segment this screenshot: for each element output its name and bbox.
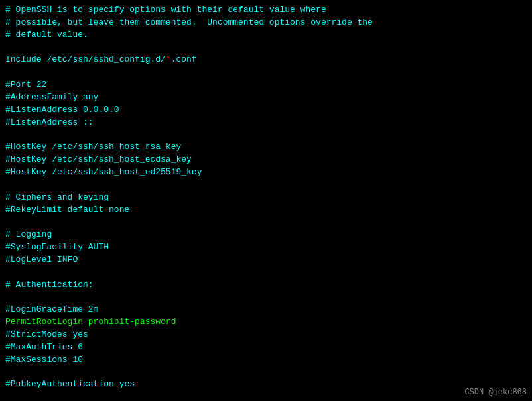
terminal-line: #RekeyLimit default none (5, 204, 527, 217)
terminal-line (5, 391, 527, 401)
terminal-line (5, 66, 527, 79)
terminal-line: #AddressFamily any (5, 91, 527, 104)
terminal-line (5, 366, 527, 378)
terminal-line: #SyslogFacility AUTH (5, 241, 527, 254)
terminal-line (5, 291, 527, 304)
terminal-line: #StrictModes yes (5, 329, 527, 341)
terminal-line: #MaxAuthTries 6 (5, 341, 527, 354)
terminal-line (5, 216, 527, 229)
terminal-line: PermitRootLogin prohibit-password (5, 316, 527, 329)
terminal-line: # possible, but leave them commented. Un… (5, 17, 527, 29)
terminal-line (5, 42, 527, 54)
terminal-content: # OpenSSH is to specify options with the… (5, 4, 527, 401)
terminal-line (5, 266, 527, 279)
terminal-line: #HostKey /etc/ssh/ssh_host_rsa_key (5, 141, 527, 154)
terminal-line: #ListenAddress 0.0.0.0 (5, 104, 527, 117)
terminal-line: #LogLevel INFO (5, 254, 527, 266)
terminal-window: # OpenSSH is to specify options with the… (0, 0, 532, 401)
terminal-line: # Authentication: (5, 279, 527, 292)
terminal-line: #LoginGraceTime 2m (5, 304, 527, 316)
terminal-line: # Ciphers and keying (5, 192, 527, 204)
terminal-line: #Port 22 (5, 79, 527, 91)
terminal-line (5, 179, 527, 192)
terminal-line: # Logging (5, 229, 527, 241)
terminal-line: #HostKey /etc/ssh/ssh_host_ed25519_key (5, 166, 527, 179)
watermark: CSDN @jekc868 (464, 387, 527, 398)
terminal-line: # OpenSSH is to specify options with the… (5, 4, 527, 17)
terminal-line: #MaxSessions 10 (5, 354, 527, 367)
terminal-line: #HostKey /etc/ssh/ssh_host_ecdsa_key (5, 154, 527, 166)
terminal-line: #PubkeyAuthentication yes (5, 378, 527, 391)
terminal-line: Include /etc/ssh/sshd_config.d/*.conf (5, 54, 527, 66)
terminal-line (5, 129, 527, 141)
terminal-line: #ListenAddress :: (5, 117, 527, 129)
terminal-line: # default value. (5, 29, 527, 42)
